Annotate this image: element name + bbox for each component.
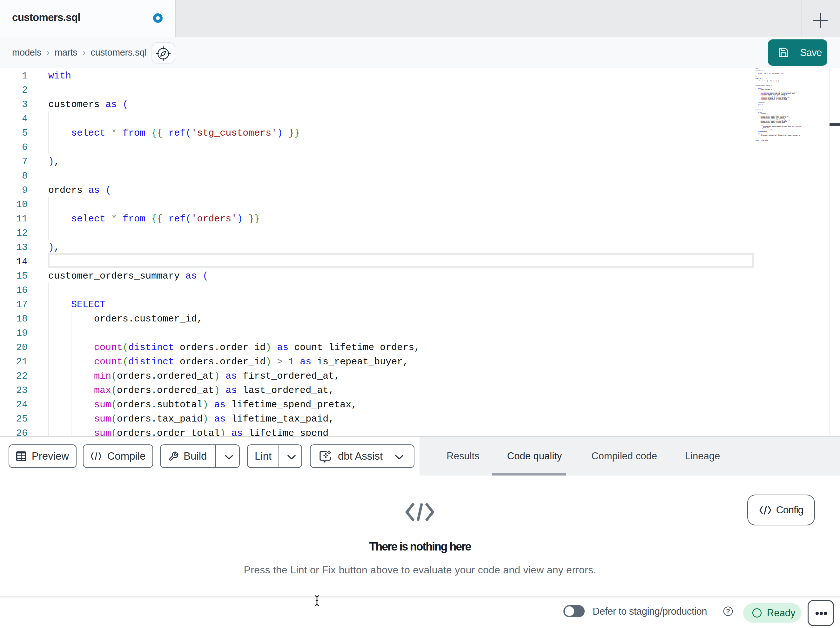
svg-text:?: ?	[726, 607, 730, 615]
